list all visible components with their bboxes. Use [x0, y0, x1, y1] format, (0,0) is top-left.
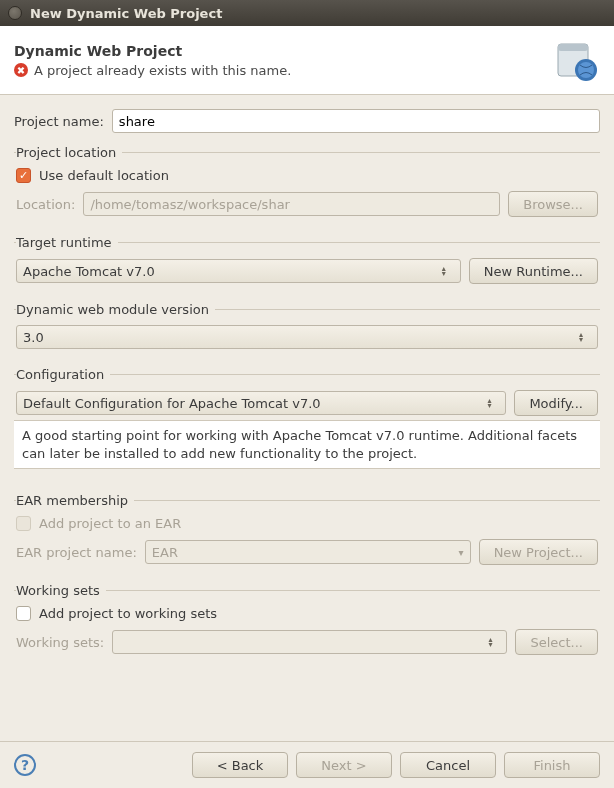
ear-membership-group: EAR membership Add project to an EAR EAR… [14, 493, 600, 571]
working-sets-label: Working sets: [16, 635, 104, 650]
spinner-icon: ▴▾ [488, 637, 500, 647]
spinner-icon: ▴▾ [487, 398, 499, 408]
location-input [83, 192, 500, 216]
back-button[interactable]: < Back [192, 752, 288, 778]
chevron-down-icon: ▾ [459, 547, 464, 558]
svg-rect-1 [558, 44, 588, 51]
ear-name-select: EAR ▾ [145, 540, 471, 564]
project-location-legend: Project location [16, 145, 122, 160]
add-to-working-sets-checkbox[interactable] [16, 606, 31, 621]
project-name-label: Project name: [14, 114, 104, 129]
wizard-footer: ? < Back Next > Cancel Finish [0, 741, 614, 788]
add-to-ear-checkbox [16, 516, 31, 531]
project-name-row: Project name: [14, 109, 600, 133]
wizard-banner: Dynamic Web Project ✖ A project already … [0, 26, 614, 95]
configuration-legend: Configuration [16, 367, 110, 382]
finish-button: Finish [504, 752, 600, 778]
ear-name-value: EAR [152, 545, 178, 560]
browse-button: Browse... [508, 191, 598, 217]
target-runtime-select[interactable]: Apache Tomcat v7.0 ▴▾ [16, 259, 461, 283]
help-icon[interactable]: ? [14, 754, 36, 776]
module-version-value: 3.0 [23, 330, 44, 345]
use-default-location-checkbox[interactable] [16, 168, 31, 183]
location-label: Location: [16, 197, 75, 212]
new-ear-project-button: New Project... [479, 539, 598, 565]
target-runtime-legend: Target runtime [16, 235, 118, 250]
banner-error-text: A project already exists with this name. [34, 63, 291, 78]
wizard-image-icon [552, 36, 600, 84]
target-runtime-value: Apache Tomcat v7.0 [23, 264, 155, 279]
add-to-ear-label: Add project to an EAR [39, 516, 181, 531]
next-button: Next > [296, 752, 392, 778]
spinner-icon: ▴▾ [442, 266, 454, 276]
module-version-legend: Dynamic web module version [16, 302, 215, 317]
new-runtime-button[interactable]: New Runtime... [469, 258, 598, 284]
add-to-working-sets-label: Add project to working sets [39, 606, 217, 621]
working-sets-legend: Working sets [16, 583, 106, 598]
ear-legend: EAR membership [16, 493, 134, 508]
configuration-select[interactable]: Default Configuration for Apache Tomcat … [16, 391, 506, 415]
use-default-location-label: Use default location [39, 168, 169, 183]
target-runtime-group: Target runtime Apache Tomcat v7.0 ▴▾ New… [14, 235, 600, 290]
module-version-group: Dynamic web module version 3.0 ▴▾ [14, 302, 600, 355]
modify-button[interactable]: Modify... [514, 390, 598, 416]
working-sets-select: ▴▾ [112, 630, 507, 654]
banner-heading: Dynamic Web Project [14, 43, 552, 59]
configuration-value: Default Configuration for Apache Tomcat … [23, 396, 321, 411]
titlebar: New Dynamic Web Project [0, 0, 614, 26]
window-title: New Dynamic Web Project [30, 6, 222, 21]
project-name-input[interactable] [112, 109, 600, 133]
working-sets-group: Working sets Add project to working sets… [14, 583, 600, 661]
spinner-icon: ▴▾ [579, 332, 591, 342]
module-version-select[interactable]: 3.0 ▴▾ [16, 325, 598, 349]
select-working-sets-button: Select... [515, 629, 598, 655]
configuration-description: A good starting point for working with A… [14, 420, 600, 469]
error-icon: ✖ [14, 63, 28, 77]
configuration-group: Configuration Default Configuration for … [14, 367, 600, 481]
cancel-button[interactable]: Cancel [400, 752, 496, 778]
project-location-group: Project location Use default location Lo… [14, 145, 600, 223]
close-icon[interactable] [8, 6, 22, 20]
ear-name-label: EAR project name: [16, 545, 137, 560]
